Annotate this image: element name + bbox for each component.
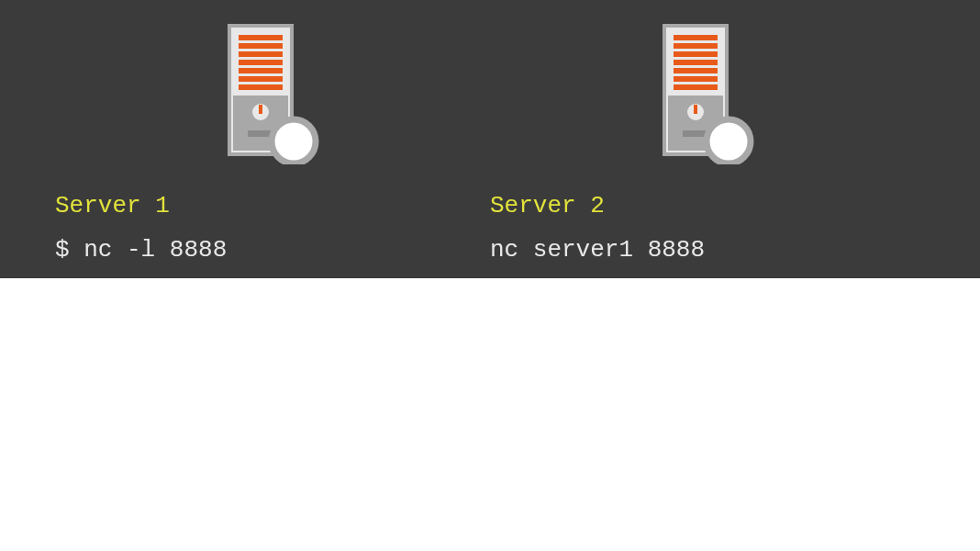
svg-point-25	[707, 119, 751, 163]
svg-rect-19	[674, 76, 718, 82]
svg-rect-2	[239, 43, 283, 49]
server-block-1: Server 1 $ nc -l 8888	[55, 22, 490, 256]
svg-rect-1	[239, 35, 283, 40]
svg-rect-16	[674, 51, 718, 57]
svg-rect-15	[674, 43, 718, 49]
svg-rect-17	[674, 60, 718, 65]
diagram-panel: Server 1 $ nc -l 8888 Server 2 nc server	[0, 0, 980, 278]
server-tower-icon	[222, 22, 323, 164]
server-1-title: Server 1	[55, 192, 490, 219]
svg-rect-6	[239, 76, 283, 82]
svg-rect-7	[239, 84, 283, 90]
svg-rect-4	[239, 60, 283, 65]
server-2-command: nc server1 8888	[490, 236, 925, 264]
server-1-command: $ nc -l 8888	[55, 236, 490, 264]
server-block-2: Server 2 nc server1 8888	[490, 22, 925, 256]
svg-rect-23	[694, 105, 697, 114]
svg-rect-20	[674, 84, 718, 90]
svg-rect-10	[259, 105, 262, 114]
server-2-title: Server 2	[490, 192, 925, 219]
svg-rect-3	[239, 51, 283, 57]
svg-rect-18	[674, 68, 718, 73]
svg-rect-5	[239, 68, 283, 73]
server-icon-wrap-1	[55, 22, 490, 164]
server-tower-icon	[657, 22, 758, 164]
svg-point-12	[272, 119, 316, 163]
svg-rect-14	[674, 35, 718, 40]
server-icon-wrap-2	[490, 22, 925, 164]
